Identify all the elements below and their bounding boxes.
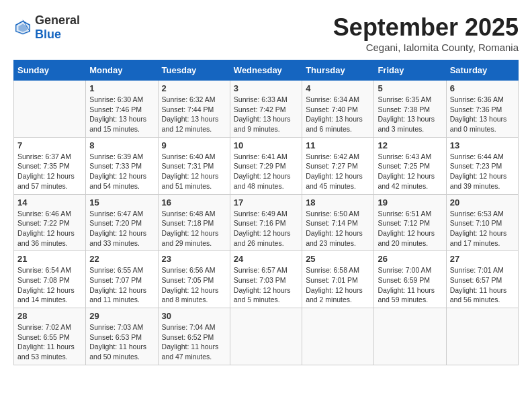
month-title: September 2025	[333, 13, 519, 42]
day-number: 5	[378, 83, 442, 93]
day-number: 22	[89, 254, 154, 264]
day-number: 2	[162, 83, 226, 93]
table-cell: 3Sunrise: 6:33 AMSunset: 7:42 PMDaylight…	[230, 81, 302, 138]
day-info: Sunrise: 6:49 AMSunset: 7:16 PMDaylight:…	[234, 209, 298, 248]
table-cell	[230, 308, 302, 365]
day-number: 21	[17, 254, 82, 264]
day-number: 27	[450, 254, 515, 264]
table-cell: 30Sunrise: 7:04 AMSunset: 6:52 PMDayligh…	[158, 308, 230, 365]
header-friday: Friday	[374, 60, 446, 81]
table-cell: 24Sunrise: 6:57 AMSunset: 7:03 PMDayligh…	[230, 251, 302, 308]
day-number: 6	[450, 83, 515, 93]
day-info: Sunrise: 6:41 AMSunset: 7:29 PMDaylight:…	[234, 152, 298, 191]
week-row-4: 21Sunrise: 6:54 AMSunset: 7:08 PMDayligh…	[14, 251, 519, 308]
table-cell: 19Sunrise: 6:51 AMSunset: 7:12 PMDayligh…	[374, 194, 446, 251]
table-cell: 8Sunrise: 6:39 AMSunset: 7:33 PMDaylight…	[86, 137, 158, 194]
day-number: 29	[89, 311, 154, 321]
table-cell: 7Sunrise: 6:37 AMSunset: 7:35 PMDaylight…	[14, 137, 86, 194]
table-cell: 9Sunrise: 6:40 AMSunset: 7:31 PMDaylight…	[158, 137, 230, 194]
day-info: Sunrise: 7:01 AMSunset: 6:57 PMDaylight:…	[450, 265, 515, 305]
day-info: Sunrise: 6:47 AMSunset: 7:20 PMDaylight:…	[89, 209, 154, 248]
table-cell: 22Sunrise: 6:55 AMSunset: 7:07 PMDayligh…	[86, 251, 158, 308]
header-sunday: Sunday	[14, 60, 86, 81]
table-cell: 27Sunrise: 7:01 AMSunset: 6:57 PMDayligh…	[446, 251, 518, 308]
table-cell: 6Sunrise: 6:36 AMSunset: 7:36 PMDaylight…	[446, 81, 518, 138]
day-info: Sunrise: 6:40 AMSunset: 7:31 PMDaylight:…	[162, 152, 226, 191]
day-info: Sunrise: 6:36 AMSunset: 7:36 PMDaylight:…	[450, 95, 515, 134]
title-section: September 2025 Cegani, Ialomita County, …	[333, 13, 519, 53]
day-number: 19	[378, 197, 442, 208]
day-info: Sunrise: 6:37 AMSunset: 7:35 PMDaylight:…	[17, 152, 82, 191]
day-info: Sunrise: 6:50 AMSunset: 7:14 PMDaylight:…	[306, 209, 370, 248]
day-info: Sunrise: 6:56 AMSunset: 7:05 PMDaylight:…	[162, 265, 226, 305]
table-cell: 28Sunrise: 7:02 AMSunset: 6:55 PMDayligh…	[14, 308, 86, 365]
day-info: Sunrise: 7:03 AMSunset: 6:53 PMDaylight:…	[89, 322, 154, 362]
day-number: 12	[378, 140, 442, 150]
logo: General Blue	[13, 13, 80, 42]
logo-text: General Blue	[35, 13, 80, 42]
table-cell: 2Sunrise: 6:32 AMSunset: 7:44 PMDaylight…	[158, 81, 230, 138]
day-info: Sunrise: 6:32 AMSunset: 7:44 PMDaylight:…	[162, 95, 226, 134]
day-info: Sunrise: 7:04 AMSunset: 6:52 PMDaylight:…	[162, 322, 226, 362]
day-info: Sunrise: 6:30 AMSunset: 7:46 PMDaylight:…	[89, 95, 154, 134]
day-number: 28	[17, 311, 82, 321]
table-cell	[374, 308, 446, 365]
day-info: Sunrise: 6:54 AMSunset: 7:08 PMDaylight:…	[17, 265, 82, 305]
table-cell: 26Sunrise: 7:00 AMSunset: 6:59 PMDayligh…	[374, 251, 446, 308]
page-header: General Blue September 2025 Cegani, Ialo…	[13, 13, 519, 53]
table-cell: 21Sunrise: 6:54 AMSunset: 7:08 PMDayligh…	[14, 251, 86, 308]
table-cell: 13Sunrise: 6:44 AMSunset: 7:23 PMDayligh…	[446, 137, 518, 194]
day-number: 24	[234, 254, 298, 264]
day-number: 15	[89, 197, 154, 208]
day-info: Sunrise: 6:44 AMSunset: 7:23 PMDaylight:…	[450, 152, 515, 191]
day-number: 10	[234, 140, 298, 150]
table-cell: 16Sunrise: 6:48 AMSunset: 7:18 PMDayligh…	[158, 194, 230, 251]
day-info: Sunrise: 6:35 AMSunset: 7:38 PMDaylight:…	[378, 95, 442, 134]
table-cell: 18Sunrise: 6:50 AMSunset: 7:14 PMDayligh…	[302, 194, 374, 251]
day-info: Sunrise: 6:43 AMSunset: 7:25 PMDaylight:…	[378, 152, 442, 191]
week-row-3: 14Sunrise: 6:46 AMSunset: 7:22 PMDayligh…	[14, 194, 519, 251]
header-saturday: Saturday	[446, 60, 518, 81]
day-info: Sunrise: 7:00 AMSunset: 6:59 PMDaylight:…	[378, 265, 442, 305]
day-info: Sunrise: 6:39 AMSunset: 7:33 PMDaylight:…	[89, 152, 154, 191]
table-cell: 23Sunrise: 6:56 AMSunset: 7:05 PMDayligh…	[158, 251, 230, 308]
table-cell: 1Sunrise: 6:30 AMSunset: 7:46 PMDaylight…	[86, 81, 158, 138]
day-info: Sunrise: 6:55 AMSunset: 7:07 PMDaylight:…	[89, 265, 154, 305]
day-number: 14	[17, 197, 82, 208]
day-number: 26	[378, 254, 442, 264]
weekday-header-row: Sunday Monday Tuesday Wednesday Thursday…	[14, 60, 519, 81]
table-cell	[302, 308, 374, 365]
table-cell: 11Sunrise: 6:42 AMSunset: 7:27 PMDayligh…	[302, 137, 374, 194]
day-info: Sunrise: 6:51 AMSunset: 7:12 PMDaylight:…	[378, 209, 442, 248]
day-number: 7	[17, 140, 82, 150]
header-wednesday: Wednesday	[230, 60, 302, 81]
day-info: Sunrise: 6:48 AMSunset: 7:18 PMDaylight:…	[162, 209, 226, 248]
logo-blue: Blue	[35, 28, 61, 41]
day-number: 23	[162, 254, 226, 264]
day-number: 13	[450, 140, 515, 150]
table-cell: 5Sunrise: 6:35 AMSunset: 7:38 PMDaylight…	[374, 81, 446, 138]
day-number: 11	[306, 140, 370, 150]
header-monday: Monday	[86, 60, 158, 81]
table-cell: 14Sunrise: 6:46 AMSunset: 7:22 PMDayligh…	[14, 194, 86, 251]
day-info: Sunrise: 6:46 AMSunset: 7:22 PMDaylight:…	[17, 209, 82, 248]
day-number: 20	[450, 197, 515, 208]
day-number: 9	[162, 140, 226, 150]
header-tuesday: Tuesday	[158, 60, 230, 81]
table-cell: 10Sunrise: 6:41 AMSunset: 7:29 PMDayligh…	[230, 137, 302, 194]
day-number: 30	[162, 311, 226, 321]
day-number: 3	[234, 83, 298, 93]
day-info: Sunrise: 6:53 AMSunset: 7:10 PMDaylight:…	[450, 209, 515, 248]
day-info: Sunrise: 6:34 AMSunset: 7:40 PMDaylight:…	[306, 95, 370, 134]
day-number: 4	[306, 83, 370, 93]
table-cell: 4Sunrise: 6:34 AMSunset: 7:40 PMDaylight…	[302, 81, 374, 138]
day-info: Sunrise: 6:58 AMSunset: 7:01 PMDaylight:…	[306, 265, 370, 305]
day-number: 1	[89, 83, 154, 93]
day-number: 8	[89, 140, 154, 150]
day-number: 25	[306, 254, 370, 264]
location-subtitle: Cegani, Ialomita County, Romania	[333, 42, 519, 53]
day-number: 17	[234, 197, 298, 208]
table-cell: 17Sunrise: 6:49 AMSunset: 7:16 PMDayligh…	[230, 194, 302, 251]
table-cell: 15Sunrise: 6:47 AMSunset: 7:20 PMDayligh…	[86, 194, 158, 251]
header-thursday: Thursday	[302, 60, 374, 81]
